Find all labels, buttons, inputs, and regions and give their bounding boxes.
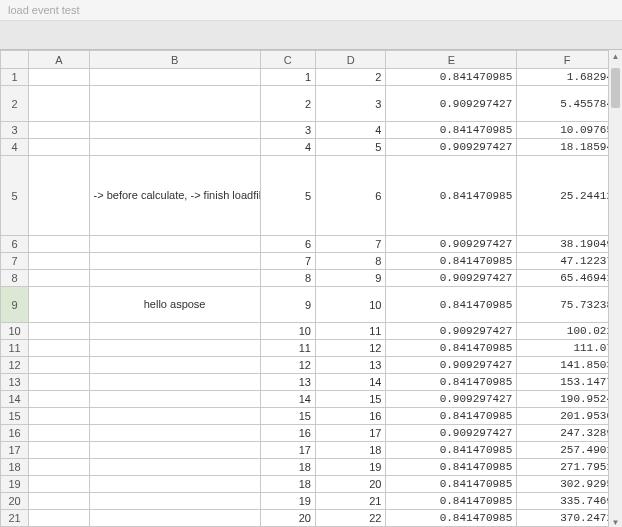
cell-C2[interactable]: 2 — [260, 86, 315, 122]
col-header-e[interactable]: E — [386, 51, 517, 69]
cell-C1[interactable]: 1 — [260, 69, 315, 86]
cell-F3[interactable]: 10.09765 — [517, 122, 618, 139]
cell-C4[interactable]: 4 — [260, 139, 315, 156]
cell-C13[interactable]: 13 — [260, 374, 315, 391]
cell-A10[interactable] — [29, 323, 89, 340]
cell-F6[interactable]: 38.19049 — [517, 236, 618, 253]
cell-D16[interactable]: 17 — [316, 425, 386, 442]
row-header[interactable]: 17 — [1, 442, 29, 459]
cell-E6[interactable]: 0.909297427 — [386, 236, 517, 253]
col-header-a[interactable]: A — [29, 51, 89, 69]
cell-F4[interactable]: 18.18594 — [517, 139, 618, 156]
cell-B1[interactable] — [89, 69, 260, 86]
cell-F17[interactable]: 257.4901 — [517, 442, 618, 459]
cell-B12[interactable] — [89, 357, 260, 374]
cell-E16[interactable]: 0.909297427 — [386, 425, 517, 442]
cell-D19[interactable]: 20 — [316, 476, 386, 493]
row-header[interactable]: 9 — [1, 287, 29, 323]
cell-F13[interactable]: 153.1477 — [517, 374, 618, 391]
cell-A6[interactable] — [29, 236, 89, 253]
cell-B9[interactable]: hello aspose — [89, 287, 260, 323]
cell-F2[interactable]: 5.455784 — [517, 86, 618, 122]
cell-B8[interactable] — [89, 270, 260, 287]
cell-F5[interactable]: 25.24412 — [517, 156, 618, 236]
cell-B4[interactable] — [89, 139, 260, 156]
cell-B19[interactable] — [89, 476, 260, 493]
cell-D14[interactable]: 15 — [316, 391, 386, 408]
cell-A13[interactable] — [29, 374, 89, 391]
cell-B3[interactable] — [89, 122, 260, 139]
cell-C7[interactable]: 7 — [260, 253, 315, 270]
cell-A3[interactable] — [29, 122, 89, 139]
scroll-up-arrow-icon[interactable]: ▲ — [609, 50, 622, 64]
cell-C11[interactable]: 11 — [260, 340, 315, 357]
cell-C9[interactable]: 9 — [260, 287, 315, 323]
row-header[interactable]: 10 — [1, 323, 29, 340]
cell-C5[interactable]: 5 — [260, 156, 315, 236]
col-header-b[interactable]: B — [89, 51, 260, 69]
cell-F19[interactable]: 302.9295 — [517, 476, 618, 493]
cell-A8[interactable] — [29, 270, 89, 287]
cell-F10[interactable]: 100.022 — [517, 323, 618, 340]
cell-D11[interactable]: 12 — [316, 340, 386, 357]
cell-E9[interactable]: 0.841470985 — [386, 287, 517, 323]
cell-C21[interactable]: 20 — [260, 510, 315, 527]
cell-A1[interactable] — [29, 69, 89, 86]
cell-A20[interactable] — [29, 493, 89, 510]
col-header-f[interactable]: F — [517, 51, 618, 69]
cell-F1[interactable]: 1.68294 — [517, 69, 618, 86]
cell-D21[interactable]: 22 — [316, 510, 386, 527]
cell-B2[interactable] — [89, 86, 260, 122]
cell-C16[interactable]: 16 — [260, 425, 315, 442]
scroll-thumb[interactable] — [611, 68, 620, 108]
cell-D18[interactable]: 19 — [316, 459, 386, 476]
col-header-c[interactable]: C — [260, 51, 315, 69]
cell-F18[interactable]: 271.7951 — [517, 459, 618, 476]
cell-F14[interactable]: 190.9524 — [517, 391, 618, 408]
cell-E8[interactable]: 0.909297427 — [386, 270, 517, 287]
cell-A17[interactable] — [29, 442, 89, 459]
cell-E11[interactable]: 0.841470985 — [386, 340, 517, 357]
cell-A19[interactable] — [29, 476, 89, 493]
cell-D6[interactable]: 7 — [316, 236, 386, 253]
cell-C10[interactable]: 10 — [260, 323, 315, 340]
row-header[interactable]: 13 — [1, 374, 29, 391]
cell-B11[interactable] — [89, 340, 260, 357]
cell-A4[interactable] — [29, 139, 89, 156]
cell-C17[interactable]: 17 — [260, 442, 315, 459]
cell-B7[interactable] — [89, 253, 260, 270]
cell-E12[interactable]: 0.909297427 — [386, 357, 517, 374]
cell-F11[interactable]: 111.07 — [517, 340, 618, 357]
cell-B20[interactable] — [89, 493, 260, 510]
cell-F15[interactable]: 201.9530 — [517, 408, 618, 425]
cell-F7[interactable]: 47.12237 — [517, 253, 618, 270]
cell-B10[interactable] — [89, 323, 260, 340]
row-header[interactable]: 11 — [1, 340, 29, 357]
cell-D10[interactable]: 11 — [316, 323, 386, 340]
row-header[interactable]: 20 — [1, 493, 29, 510]
cell-B17[interactable] — [89, 442, 260, 459]
cell-D8[interactable]: 9 — [316, 270, 386, 287]
vertical-scrollbar[interactable]: ▲ ▼ — [608, 50, 622, 527]
row-header[interactable]: 14 — [1, 391, 29, 408]
cell-E18[interactable]: 0.841470985 — [386, 459, 517, 476]
cell-F8[interactable]: 65.46941 — [517, 270, 618, 287]
cell-F20[interactable]: 335.7469 — [517, 493, 618, 510]
cell-D12[interactable]: 13 — [316, 357, 386, 374]
cell-B5[interactable]: -> before calculate, -> finish loadfile,… — [89, 156, 260, 236]
cell-A15[interactable] — [29, 408, 89, 425]
grid-viewport[interactable]: A B C D E F 1120.8414709851.682942230.90… — [0, 50, 622, 527]
scroll-down-arrow-icon[interactable]: ▼ — [609, 516, 622, 527]
cell-E5[interactable]: 0.841470985 — [386, 156, 517, 236]
row-header[interactable]: 21 — [1, 510, 29, 527]
cell-E10[interactable]: 0.909297427 — [386, 323, 517, 340]
cell-D2[interactable]: 3 — [316, 86, 386, 122]
cell-E20[interactable]: 0.841470985 — [386, 493, 517, 510]
cell-C15[interactable]: 15 — [260, 408, 315, 425]
cell-E13[interactable]: 0.841470985 — [386, 374, 517, 391]
cell-E4[interactable]: 0.909297427 — [386, 139, 517, 156]
cell-B21[interactable] — [89, 510, 260, 527]
cell-F21[interactable]: 370.2472 — [517, 510, 618, 527]
cell-B16[interactable] — [89, 425, 260, 442]
cell-C20[interactable]: 19 — [260, 493, 315, 510]
